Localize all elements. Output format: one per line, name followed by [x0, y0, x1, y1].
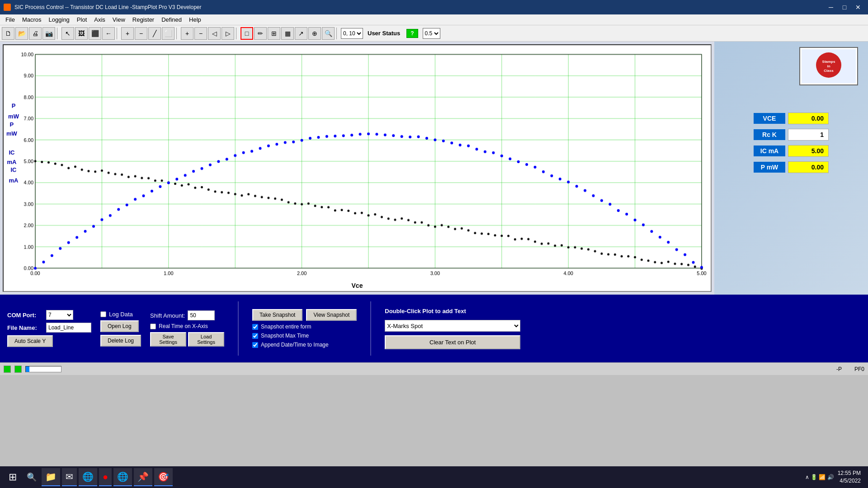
start-button[interactable]: ⊞	[4, 468, 22, 486]
menu-macros[interactable]: Macros	[19, 15, 45, 24]
pmw-value[interactable]: 0.00	[788, 161, 829, 173]
app-icon	[4, 4, 11, 11]
menu-logging[interactable]: Logging	[45, 15, 73, 24]
taskbar-app-3[interactable]: 🌐	[79, 468, 97, 486]
progress-fill	[26, 366, 29, 372]
toolbar-camera-btn[interactable]: 📷	[42, 27, 55, 40]
toolbar-stop-btn[interactable]: ⬛	[89, 27, 101, 40]
vce-value[interactable]: 0.00	[788, 113, 829, 124]
real-time-x-label: Real Time on X-Axis	[159, 323, 208, 329]
status-label: User Status	[368, 30, 400, 37]
com-port-select[interactable]: 7	[46, 310, 73, 320]
toolbar-zoomout-btn[interactable]: −	[135, 27, 147, 40]
toolbar-sep1	[57, 28, 60, 39]
rck-row: Rc K 1	[720, 129, 863, 141]
taskbar-app-6[interactable]: 📌	[134, 468, 152, 486]
taskbar-app-1[interactable]: 📁	[42, 468, 60, 486]
toolbar-grid-btn[interactable]: ⊞	[268, 27, 280, 40]
shift-amount-label: Shift Amount:	[150, 312, 185, 319]
toolbar-fit-btn[interactable]: ◁	[208, 27, 221, 40]
taskbar-app-4[interactable]: ●	[99, 468, 112, 486]
divider2	[370, 301, 371, 356]
toolbar-fit2-btn[interactable]: ▷	[222, 27, 234, 40]
file-name-input[interactable]	[46, 323, 91, 333]
svg-text:Stamps: Stamps	[822, 60, 835, 64]
status-text2: -P	[836, 366, 842, 372]
divider1	[238, 301, 239, 356]
append-datetime-checkbox[interactable]	[252, 342, 258, 348]
icma-row: IC mA 5.00	[720, 145, 863, 157]
save-settings-button[interactable]: SaveSettings	[150, 332, 186, 347]
plot-canvas[interactable]	[4, 45, 711, 282]
menu-bar: File Macros Logging Plot Axis View Regis…	[0, 14, 868, 25]
close-button[interactable]: ✕	[852, 2, 864, 12]
maximize-button[interactable]: □	[838, 2, 851, 12]
append-datetime-label: Append Date/Time to Image	[261, 342, 329, 348]
taskbar-app-7[interactable]: 🎯	[154, 468, 173, 486]
com-section: COM Port: 7 File Name: Auto Scale Y	[7, 310, 91, 347]
toolbar-line-btn[interactable]: ╱	[148, 27, 161, 40]
rck-value[interactable]: 1	[788, 129, 829, 141]
status-bar: -P PF0	[0, 362, 868, 375]
toolbar-pen-btn[interactable]: ✏	[254, 27, 267, 40]
auto-scale-y-button[interactable]: Auto Scale Y	[7, 335, 53, 347]
toolbar-sep5	[336, 28, 339, 39]
take-snapshot-button[interactable]: Take Snapshot	[252, 309, 302, 321]
toolbar-cursor2-btn[interactable]: ↗	[295, 27, 307, 40]
menu-help[interactable]: Help	[185, 15, 205, 24]
load-settings-button[interactable]: LoadSettings	[188, 332, 224, 347]
snapshot-entire-form-label: Snapshot entire form	[261, 324, 311, 330]
toolbar-open-btn[interactable]: 📂	[15, 27, 28, 40]
system-tray: ∧ 🔋 📶 🔊 12:55 PM4/5/2022	[802, 469, 864, 485]
logo-image: Stamps in Class	[802, 49, 856, 83]
main-container: PmWICmA Vce Stamps in Class VCE 0.00 Rc …	[0, 42, 868, 295]
toolbar-img-btn[interactable]: 🖼	[75, 27, 88, 40]
toolbar-zoom-area-btn[interactable]: ⊕	[308, 27, 321, 40]
pmw-label: P mW	[754, 162, 785, 173]
toolbar-sep2	[117, 28, 119, 39]
menu-file[interactable]: File	[2, 15, 19, 24]
y-axis-label: PmWICmA	[6, 120, 17, 167]
toolbar-square-btn[interactable]: □	[241, 27, 253, 40]
menu-axis[interactable]: Axis	[90, 15, 109, 24]
toolbar-print-btn[interactable]: 🖨	[29, 27, 42, 40]
rck-label: Rc K	[754, 129, 785, 140]
text-dropdown[interactable]: X-Marks Spot	[385, 320, 520, 332]
toolbar-chart-btn[interactable]: ▦	[281, 27, 294, 40]
menu-plot[interactable]: Plot	[73, 15, 90, 24]
toolbar-sep3	[176, 28, 179, 39]
log-data-checkbox[interactable]	[100, 311, 106, 317]
snapshot-entire-form-checkbox[interactable]	[252, 324, 258, 330]
toolbar-rect-btn[interactable]: ⬜	[162, 27, 175, 40]
taskbar-app-5[interactable]: 🌐	[113, 468, 132, 486]
toolbar-zoomin-btn[interactable]: +	[121, 27, 134, 40]
view-snapshot-button[interactable]: View Snapshot	[306, 309, 357, 321]
menu-register[interactable]: Register	[129, 15, 158, 24]
toolbar-magnify-btn[interactable]: 🔍	[322, 27, 335, 40]
menu-view[interactable]: View	[109, 15, 129, 24]
toolbar: 🗋 📂 🖨 📷 ↖ 🖼 ⬛ ← + − ╱ ⬜ + − ◁ ▷ □ ✏ ⊞ ▦ …	[0, 25, 868, 42]
toolbar-cursor-btn[interactable]: ↖	[61, 27, 74, 40]
toolbar-pan-right-btn[interactable]: −	[194, 27, 207, 40]
minimize-button[interactable]: ─	[825, 2, 837, 12]
taskbar-app-2[interactable]: ✉	[62, 468, 77, 486]
toolbar-combo1[interactable]: 0, 10	[341, 28, 363, 39]
toolbar-combo2[interactable]: 0.5	[423, 28, 440, 39]
menu-defined[interactable]: Defined	[158, 15, 185, 24]
status-text3: PF0	[854, 366, 864, 372]
snapshot-max-time-checkbox[interactable]	[252, 333, 258, 339]
toolbar-pan-left-btn[interactable]: +	[181, 27, 193, 40]
shift-amount-input[interactable]	[188, 310, 215, 320]
toolbar-sep4	[236, 28, 239, 39]
toolbar-back-btn[interactable]: ←	[102, 27, 115, 40]
delete-log-button[interactable]: Delete Log	[100, 335, 141, 347]
toolbar-new-btn[interactable]: 🗋	[2, 27, 14, 40]
open-log-button[interactable]: Open Log	[100, 320, 139, 332]
taskbar-clock[interactable]: 12:55 PM4/5/2022	[838, 469, 861, 485]
real-time-x-checkbox[interactable]	[150, 324, 156, 329]
icma-value[interactable]: 5.00	[788, 145, 829, 157]
plot-area[interactable]: PmWICmA Vce	[3, 44, 712, 292]
clear-text-button[interactable]: Clear Text on Plot	[385, 335, 520, 349]
search-button[interactable]: 🔍	[24, 469, 40, 485]
title-bar: SIC Process Control -- Transistor DC Loa…	[0, 0, 868, 14]
